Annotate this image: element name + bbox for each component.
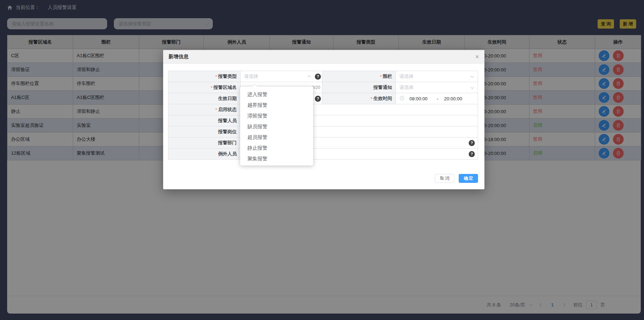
fence-select[interactable]: 请选择 — [396, 71, 478, 82]
effective-time-range[interactable]: 08:00:00 - 20:00:00 — [396, 93, 478, 104]
dialog-header: 新增信息 × — [163, 50, 484, 64]
dialog-form: *报警类型 请选择 ? *围栏 请选择 *报警区域名 0/20 报警通知 请选择 — [168, 71, 478, 160]
dropdown-option[interactable]: 静止报警 — [240, 142, 313, 153]
dropdown-option[interactable]: 超员报警 — [240, 132, 313, 142]
alarm-type-dropdown: 进入报警 越界报警 滞留报警 缺员报警 超员报警 静止报警 聚集报警 — [240, 86, 313, 166]
dropdown-option[interactable]: 进入报警 — [240, 89, 313, 100]
label-effective-time: *生效时间 — [322, 93, 396, 104]
time-start[interactable]: 08:00:00 — [409, 96, 428, 101]
label-alarm-person: 报警人员 — [168, 115, 241, 126]
dropdown-option[interactable]: 越界报警 — [240, 100, 313, 110]
label-except-person: 例外人员 — [168, 149, 241, 160]
confirm-button[interactable]: 确定 — [459, 174, 478, 183]
chevron-up-icon — [307, 75, 311, 79]
add-info-dialog: 新增信息 × *报警类型 请选择 ? *围栏 请选择 *报警区域名 0/20 报… — [163, 50, 484, 189]
time-separator: - — [437, 96, 438, 101]
label-alarm-dept: 报警部门 — [168, 138, 241, 149]
dropdown-option[interactable]: 滞留报警 — [240, 110, 313, 121]
help-icon[interactable]: ? — [469, 151, 475, 157]
help-icon[interactable]: ? — [469, 140, 475, 146]
app-screen: 当前位置： 人员报警设置 请选择报警类型 查询 新增 报警区域名 围栏 报警部门… — [0, 0, 644, 320]
time-end[interactable]: 20:00:00 — [444, 96, 462, 101]
label-enable-status: *启用状态 — [168, 104, 241, 115]
alarm-type-select[interactable]: 请选择 ? — [241, 71, 322, 82]
dropdown-option[interactable]: 聚集报警 — [240, 153, 313, 164]
notify-select[interactable]: 请选择 — [396, 82, 478, 93]
chevron-down-icon — [471, 74, 474, 78]
clock-icon — [399, 96, 404, 102]
chevron-down-icon — [471, 85, 474, 89]
label-fence: *围栏 — [322, 71, 396, 82]
label-notify: 报警通知 — [322, 82, 396, 93]
label-alarm-type: *报警类型 — [168, 71, 241, 82]
help-icon[interactable]: ? — [315, 96, 321, 102]
dropdown-option[interactable]: 缺员报警 — [240, 121, 313, 132]
label-effective-date: 生效日期 — [168, 93, 241, 104]
help-icon[interactable]: ? — [315, 74, 321, 80]
label-alarm-post: 报警岗位 — [168, 126, 241, 138]
dialog-title: 新增信息 — [168, 54, 188, 60]
close-icon[interactable]: × — [475, 53, 479, 60]
cancel-button[interactable]: 取消 — [435, 174, 454, 183]
label-region-name: *报警区域名 — [168, 82, 241, 93]
